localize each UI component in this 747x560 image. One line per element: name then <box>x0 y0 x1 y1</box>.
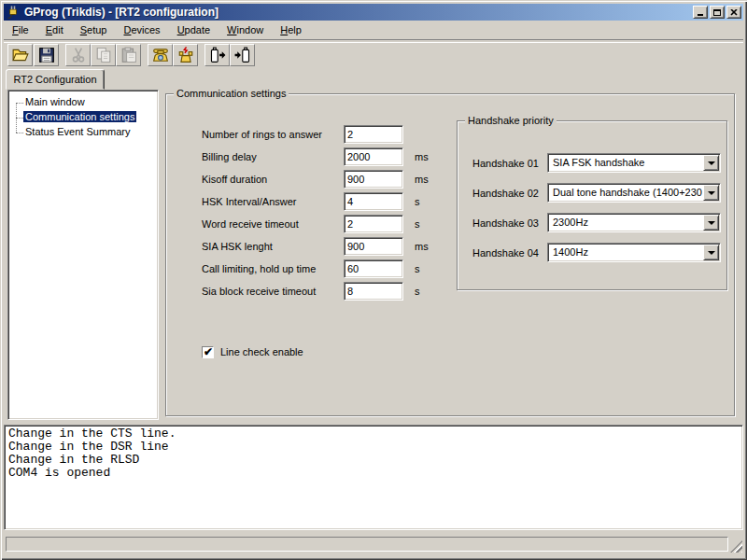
close-icon <box>730 9 738 16</box>
dropdown-button[interactable] <box>703 185 719 201</box>
phone-disconnect-icon <box>177 47 194 63</box>
read-device-icon <box>209 47 226 63</box>
connect-button[interactable] <box>148 44 173 66</box>
field-label: HSK Interval/Answer <box>202 196 296 207</box>
menu-devices[interactable]: Devices <box>115 22 168 37</box>
status-cell <box>6 537 728 552</box>
handshake-priority-group: Handshake priority Handshake 01 SIA FSK … <box>457 120 727 290</box>
call-limiting-input[interactable]: 60 <box>344 259 403 278</box>
sia-block-timeout-input[interactable]: 8 <box>344 282 403 301</box>
chevron-down-icon <box>708 161 715 165</box>
minimize-icon <box>698 14 703 16</box>
field-label: SIA HSK lenght <box>202 241 273 252</box>
group-title: Communication settings <box>174 88 289 100</box>
tree-item-communication-settings[interactable]: Communication settings <box>23 110 158 125</box>
menu-bar: File Edit Setup Devices Update Window He… <box>4 21 743 38</box>
paste-icon <box>120 47 137 63</box>
field-label: Number of rings to answer <box>202 129 322 140</box>
menu-window[interactable]: Window <box>218 22 272 37</box>
status-bar <box>4 534 743 554</box>
field-unit: s <box>415 196 420 207</box>
save-button[interactable] <box>34 44 59 66</box>
field-unit: s <box>415 263 420 274</box>
dropdown-button[interactable] <box>703 215 719 231</box>
phone-connect-icon <box>152 47 169 63</box>
cut-button[interactable] <box>65 44 91 66</box>
copy-icon <box>95 47 112 63</box>
open-button[interactable] <box>7 44 33 66</box>
field-unit: ms <box>415 241 429 252</box>
menu-setup[interactable]: Setup <box>72 22 116 37</box>
config-tree: Main window Communication settings Statu… <box>8 91 158 140</box>
log-line: Change in the RLSD <box>8 454 739 467</box>
hsk-interval-input[interactable]: 4 <box>344 192 403 211</box>
field-label: Sia block receive timeout <box>202 286 316 297</box>
field-label: Call limiting, hold up time <box>202 263 316 274</box>
sia-hsk-length-input[interactable]: 900 <box>344 237 403 256</box>
checkbox-box[interactable]: ✔ <box>202 346 214 358</box>
billing-delay-input[interactable]: 2000 <box>344 147 403 166</box>
toolbar <box>4 42 743 68</box>
handshake-group-title: Handshake priority <box>465 115 557 127</box>
log-output[interactable]: Change in the CTS line. Change in the DS… <box>4 425 743 530</box>
log-line: COM4 is opened <box>8 467 739 480</box>
close-button[interactable] <box>726 6 741 19</box>
title-bar[interactable]: GProg (Trikdis) - [RT2 configuration] <box>4 4 743 21</box>
checkbox-label: Line check enable <box>220 346 303 357</box>
handshake-label: Handshake 02 <box>472 188 539 199</box>
open-icon <box>12 47 29 63</box>
tree-item-status-event-summary[interactable]: Status Event Summary <box>23 125 158 140</box>
disconnect-button[interactable] <box>173 44 198 66</box>
app-icon <box>7 5 21 20</box>
read-device-button[interactable] <box>204 44 230 66</box>
field-unit: ms <box>415 151 429 162</box>
menu-file[interactable]: File <box>4 22 37 37</box>
field-unit: s <box>415 286 420 297</box>
log-line: Change in the CTS line. <box>8 427 739 441</box>
field-unit: ms <box>415 174 429 185</box>
tree-item-main-window[interactable]: Main window <box>23 95 158 110</box>
minimize-button[interactable] <box>693 6 708 19</box>
handshake-label: Handshake 03 <box>472 217 539 229</box>
chevron-down-icon <box>708 251 715 255</box>
chevron-down-icon <box>708 221 715 225</box>
handshake-label: Handshake 01 <box>472 158 539 169</box>
handshake-02-select[interactable]: Dual tone handshake (1400+2300 <box>547 183 721 203</box>
field-label: Word receive timeout <box>202 218 299 230</box>
menu-help[interactable]: Help <box>272 22 310 37</box>
log-line: Change in the DSR line <box>8 441 739 454</box>
handshake-label: Handshake 04 <box>472 247 539 259</box>
window-title: GProg (Trikdis) - [RT2 configuration] <box>24 6 691 19</box>
handshake-04-select[interactable]: 1400Hz <box>547 243 721 262</box>
save-icon <box>38 47 55 63</box>
cut-icon <box>70 47 87 63</box>
dropdown-button[interactable] <box>703 245 719 260</box>
kisoff-duration-input[interactable]: 900 <box>344 170 403 189</box>
copy-button[interactable] <box>91 44 116 66</box>
write-device-icon <box>234 47 251 63</box>
number-of-rings-input[interactable]: 2 <box>344 125 403 144</box>
communication-settings-group: Communication settings Number of rings t… <box>165 93 735 416</box>
line-check-checkbox[interactable]: ✔ Line check enable <box>202 344 303 359</box>
config-tree-panel: Main window Communication settings Statu… <box>7 90 159 420</box>
handshake-01-select[interactable]: SIA FSK handshake <box>547 153 721 173</box>
word-receive-timeout-input[interactable]: 2 <box>344 215 403 233</box>
paste-button[interactable] <box>116 44 141 66</box>
field-unit: s <box>415 218 420 230</box>
write-device-button[interactable] <box>230 44 255 66</box>
menu-update[interactable]: Update <box>169 22 218 37</box>
tab-label: RT2 Configuration <box>13 74 96 85</box>
handshake-03-select[interactable]: 2300Hz <box>547 213 721 232</box>
field-label: Billing delay <box>202 151 257 162</box>
field-label: Kisoff duration <box>202 174 267 185</box>
chevron-down-icon <box>708 191 715 195</box>
menu-edit[interactable]: Edit <box>37 22 72 37</box>
tab-rt2-configuration[interactable]: RT2 Configuration <box>6 69 105 90</box>
dropdown-button[interactable] <box>703 155 719 171</box>
application-window: GProg (Trikdis) - [RT2 configuration] Fi… <box>0 0 747 560</box>
resize-grip[interactable] <box>730 540 742 553</box>
checkmark-icon: ✔ <box>204 345 213 358</box>
maximize-icon <box>713 9 721 16</box>
maximize-button[interactable] <box>710 6 725 19</box>
